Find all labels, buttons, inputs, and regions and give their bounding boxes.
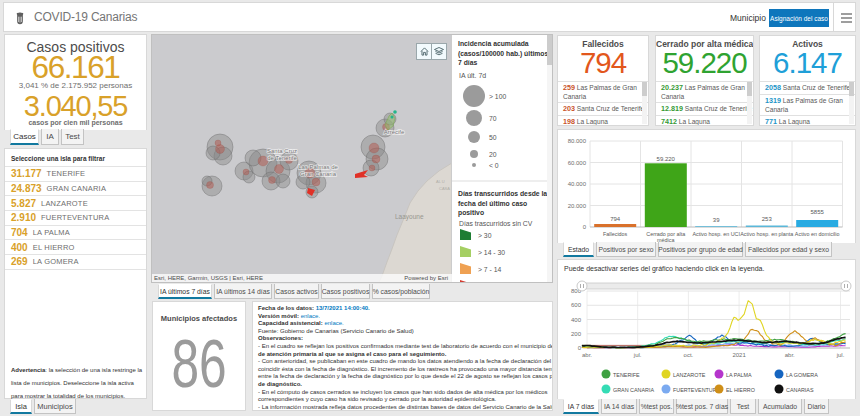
svg-text:oct.: oct. [684,352,694,358]
svg-text:Fallecidos: Fallecidos [603,231,628,237]
svg-text:0: 0 [583,224,587,230]
svg-text:LA GOMERA: LA GOMERA [786,372,818,378]
svg-text:59.220: 59.220 [657,156,676,162]
svg-text:600: 600 [571,302,582,308]
svg-text:AL U: AL U [436,179,445,184]
svg-text:70: 70 [489,115,497,122]
svg-text:Laayoune: Laayoune [395,213,424,221]
svg-text:CANARIAS: CANARIAS [786,387,814,393]
svg-text:50: 50 [489,134,497,141]
svg-text:CASA: CASA [439,186,450,191]
svg-text:Activo hosp. en planta: Activo hosp. en planta [740,231,793,237]
svg-text:20: 20 [489,151,497,158]
svg-text:400: 400 [571,317,582,323]
svg-text:Activo en domicilio: Activo en domicilio [795,231,840,237]
svg-text:39: 39 [713,217,720,223]
svg-text:60.000: 60.000 [568,160,587,166]
svg-text:jul.: jul. [633,352,642,358]
svg-text:FUERTEVENTURA: FUERTEVENTURA [673,387,721,393]
svg-text:< 0: < 0 [489,162,499,169]
svg-text:5855: 5855 [811,209,825,215]
svg-text:Gran Canaria: Gran Canaria [300,171,337,177]
svg-text:de Tenerife: de Tenerife [267,155,297,161]
svg-text:0: 0 [578,345,582,351]
svg-text:20.000: 20.000 [568,203,587,209]
svg-text:abr.: abr. [582,352,592,358]
svg-text:Arrecife: Arrecife [384,129,405,135]
svg-text:EL HIERRO: EL HIERRO [726,387,755,393]
svg-text:LA PALMA: LA PALMA [726,372,752,378]
svg-text:> 30: > 30 [478,232,492,239]
svg-text:TENERIFE: TENERIFE [613,372,640,378]
svg-text:abr.: abr. [785,352,795,358]
svg-text:Las Palmas de: Las Palmas de [298,164,338,170]
svg-text:Activo hosp. en UCI: Activo hosp. en UCI [692,231,740,237]
svg-text:794: 794 [610,216,621,222]
svg-text:80.000: 80.000 [568,138,587,144]
svg-text:> 14 - 30: > 14 - 30 [478,249,505,256]
svg-text:jul.: jul. [836,352,845,358]
svg-text:2021: 2021 [732,352,746,358]
svg-text:GRAN CANARIA: GRAN CANARIA [613,387,654,393]
svg-text:> 100: > 100 [489,93,506,100]
svg-text:200: 200 [571,331,582,337]
svg-text:Santa Cruz: Santa Cruz [267,148,297,154]
svg-text:LANZAROTE: LANZAROTE [673,372,706,378]
svg-text:253: 253 [762,216,773,222]
svg-text:> 7 - 14: > 7 - 14 [478,266,501,273]
svg-text:40.000: 40.000 [568,181,587,187]
